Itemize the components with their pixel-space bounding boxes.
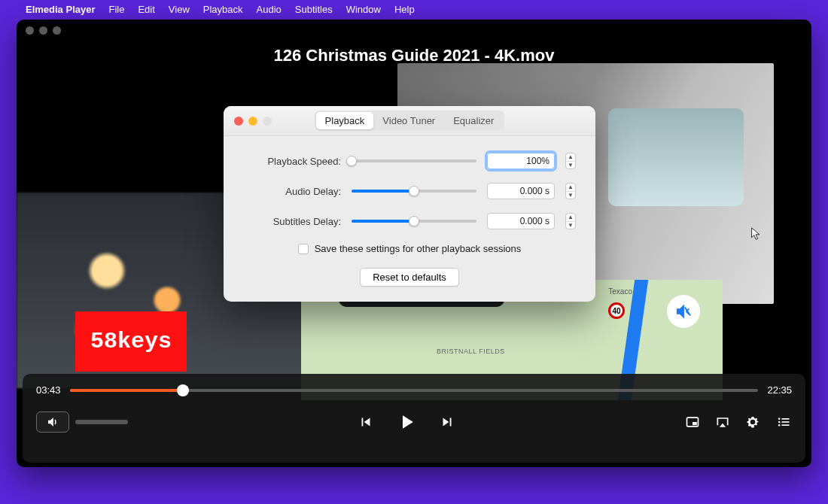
- subtitles-delay-stepper[interactable]: ▲▼: [565, 213, 576, 229]
- speed-limit-sign: 40: [608, 302, 625, 319]
- popover-zoom-icon: [263, 117, 272, 126]
- menu-help[interactable]: Help: [394, 4, 415, 15]
- menu-window[interactable]: Window: [346, 4, 381, 15]
- volume-slider[interactable]: [75, 420, 128, 424]
- svg-point-5: [778, 421, 781, 424]
- subtitles-delay-label: Subtitles Delay:: [243, 216, 341, 227]
- mouse-cursor-icon: [750, 226, 763, 241]
- play-button[interactable]: [395, 411, 418, 433]
- map-area-label: BRISTNALL FIELDS: [437, 348, 505, 355]
- tab-equalizer[interactable]: Equalizer: [444, 112, 503, 129]
- popover-close-icon[interactable]: [234, 117, 243, 126]
- video-overlay-badge: 58keys: [75, 311, 187, 372]
- gear-icon: [745, 414, 760, 430]
- settings-button[interactable]: [745, 414, 760, 430]
- audio-delay-field[interactable]: 0.000 s: [487, 183, 555, 199]
- save-settings-checkbox[interactable]: [298, 244, 309, 254]
- airplay-icon: [715, 414, 730, 430]
- time-total: 22:35: [767, 384, 792, 396]
- svg-point-3: [778, 418, 781, 421]
- tab-video-tuner[interactable]: Video Tuner: [373, 112, 444, 129]
- map-poi-label: Texaco: [608, 287, 632, 296]
- subtitles-delay-field[interactable]: 0.000 s: [487, 213, 555, 229]
- svg-rect-8: [782, 424, 790, 426]
- playback-speed-label: Playback Speed:: [243, 156, 341, 167]
- volume-icon: [46, 415, 59, 429]
- svg-point-7: [778, 424, 781, 427]
- video-title: 126 Christmas Guide 2021 - 4K.mov: [17, 46, 811, 65]
- volume-button[interactable]: [36, 411, 69, 433]
- svg-rect-2: [693, 422, 697, 425]
- playback-speed-stepper[interactable]: ▲▼: [565, 153, 576, 169]
- menu-view[interactable]: View: [169, 4, 190, 15]
- save-settings-label: Save these settings for other playback s…: [315, 243, 522, 254]
- skip-previous-icon: [358, 414, 374, 430]
- playback-settings-popover: Playback Video Tuner Equalizer Playback …: [224, 106, 595, 302]
- chevron-up-icon[interactable]: ▲: [566, 214, 575, 222]
- popover-titlebar[interactable]: Playback Video Tuner Equalizer: [224, 106, 595, 136]
- previous-button[interactable]: [358, 414, 374, 430]
- play-icon: [395, 411, 418, 433]
- skip-next-icon: [439, 414, 455, 430]
- chevron-down-icon[interactable]: ▼: [566, 162, 575, 169]
- menu-edit[interactable]: Edit: [138, 4, 154, 15]
- svg-rect-4: [782, 418, 790, 420]
- reset-defaults-button[interactable]: Reset to defaults: [360, 268, 459, 287]
- pip-button[interactable]: [685, 414, 700, 430]
- chevron-down-icon[interactable]: ▼: [566, 192, 575, 199]
- seek-slider[interactable]: [70, 389, 759, 392]
- seek-thumb[interactable]: [177, 384, 189, 396]
- macos-menubar: Elmedia Player File Edit View Playback A…: [0, 0, 828, 18]
- airplay-button[interactable]: [715, 414, 730, 430]
- playback-speed-slider[interactable]: [352, 156, 476, 166]
- menu-playback[interactable]: Playback: [203, 4, 243, 15]
- audio-delay-slider[interactable]: [352, 186, 476, 196]
- nav-mute-icon: [667, 295, 700, 328]
- popover-minimize-icon[interactable]: [248, 117, 257, 126]
- tab-playback[interactable]: Playback: [316, 112, 374, 129]
- time-elapsed: 03:43: [36, 384, 61, 396]
- menu-subtitles[interactable]: Subtitles: [295, 4, 333, 15]
- menu-audio[interactable]: Audio: [257, 4, 282, 15]
- playback-speed-field[interactable]: 100%: [487, 153, 555, 169]
- chevron-up-icon[interactable]: ▲: [566, 184, 575, 192]
- menu-file[interactable]: File: [109, 4, 125, 15]
- svg-line-0: [685, 308, 690, 316]
- audio-delay-stepper[interactable]: ▲▼: [565, 183, 576, 199]
- chevron-up-icon[interactable]: ▲: [566, 153, 575, 162]
- settings-tabs: Playback Video Tuner Equalizer: [315, 111, 505, 131]
- subtitles-delay-slider[interactable]: [352, 216, 476, 226]
- audio-delay-label: Audio Delay:: [243, 186, 341, 197]
- playlist-icon: [775, 414, 792, 430]
- next-button[interactable]: [439, 414, 455, 430]
- app-menu[interactable]: Elmedia Player: [26, 4, 96, 15]
- playback-controls: 03:43 22:35: [23, 374, 805, 463]
- pip-icon: [685, 414, 700, 430]
- playlist-button[interactable]: [775, 414, 792, 430]
- svg-rect-6: [782, 421, 790, 423]
- chevron-down-icon[interactable]: ▼: [566, 222, 575, 229]
- player-window: 58keys Broadway Texaco 40 BRISTNALL FIEL…: [17, 20, 811, 467]
